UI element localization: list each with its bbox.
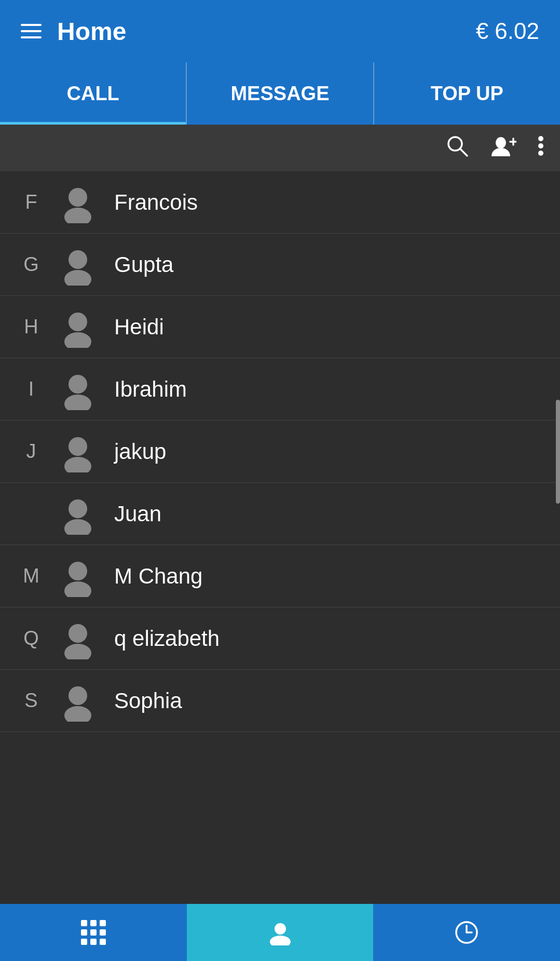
history-button[interactable] bbox=[373, 904, 560, 961]
contacts-button[interactable] bbox=[187, 904, 374, 961]
list-item[interactable]: Q q elizabeth bbox=[0, 607, 560, 670]
svg-point-17 bbox=[64, 457, 91, 472]
avatar bbox=[57, 493, 99, 535]
contact-letter-f: F bbox=[21, 191, 42, 213]
svg-point-24 bbox=[69, 686, 87, 705]
svg-point-6 bbox=[538, 143, 543, 148]
scrollbar[interactable] bbox=[556, 400, 560, 504]
svg-point-15 bbox=[64, 395, 91, 410]
contact-letter-s: S bbox=[21, 689, 42, 712]
avatar bbox=[57, 369, 99, 410]
svg-point-13 bbox=[64, 332, 91, 348]
avatar bbox=[57, 618, 99, 659]
avatar bbox=[57, 431, 99, 472]
list-item[interactable]: S Sophia bbox=[0, 670, 560, 732]
bottom-nav bbox=[0, 904, 560, 961]
contact-name: q elizabeth bbox=[114, 626, 220, 651]
contact-letter-i: I bbox=[21, 378, 42, 400]
contact-letter-m: M bbox=[21, 565, 42, 587]
contact-name: Ibrahim bbox=[114, 377, 187, 402]
svg-point-2 bbox=[496, 137, 506, 148]
svg-point-25 bbox=[64, 706, 91, 722]
contact-list-container: F Francois G Gupta H bbox=[0, 171, 560, 904]
contact-letter-j: J bbox=[21, 440, 42, 463]
svg-point-20 bbox=[69, 562, 87, 580]
list-item[interactable]: I Ibrahim bbox=[0, 358, 560, 421]
svg-point-5 bbox=[538, 136, 543, 141]
list-item[interactable]: M M Chang bbox=[0, 545, 560, 607]
history-icon bbox=[454, 919, 480, 945]
avatar bbox=[57, 556, 99, 597]
svg-point-26 bbox=[275, 923, 286, 935]
avatar bbox=[57, 680, 99, 722]
contact-name: Sophia bbox=[114, 688, 182, 713]
contact-name: M Chang bbox=[114, 564, 202, 589]
contact-letter-q: Q bbox=[21, 627, 42, 649]
more-options-icon[interactable] bbox=[537, 134, 544, 162]
header-left: Home bbox=[21, 17, 126, 46]
contact-name: Gupta bbox=[114, 252, 173, 277]
tab-call[interactable]: CALL bbox=[0, 62, 187, 125]
svg-point-22 bbox=[69, 624, 87, 643]
svg-point-8 bbox=[69, 188, 87, 207]
svg-point-19 bbox=[64, 519, 91, 535]
svg-point-11 bbox=[64, 270, 91, 286]
header: Home € 6.02 bbox=[0, 0, 560, 62]
svg-point-27 bbox=[270, 936, 291, 945]
balance-display: € 6.02 bbox=[476, 18, 539, 44]
contact-name: jakup bbox=[114, 439, 166, 464]
menu-button[interactable] bbox=[21, 24, 42, 38]
list-item[interactable]: J jakup bbox=[0, 421, 560, 483]
svg-line-1 bbox=[460, 149, 467, 156]
list-item[interactable]: G Gupta bbox=[0, 234, 560, 296]
svg-point-16 bbox=[69, 437, 87, 456]
tab-message[interactable]: MESSAGE bbox=[187, 62, 374, 125]
tab-bar: CALL MESSAGE TOP UP bbox=[0, 62, 560, 125]
svg-point-14 bbox=[69, 375, 87, 394]
contact-letter-h: H bbox=[21, 316, 42, 338]
svg-point-23 bbox=[64, 644, 91, 659]
search-icon[interactable] bbox=[446, 134, 469, 162]
svg-point-21 bbox=[64, 581, 91, 597]
dialpad-icon bbox=[81, 920, 106, 945]
svg-point-12 bbox=[69, 313, 87, 331]
contact-name: Heidi bbox=[114, 315, 164, 340]
contacts-icon bbox=[267, 919, 293, 945]
contact-letter-g: G bbox=[21, 253, 42, 276]
dialpad-button[interactable] bbox=[0, 904, 187, 961]
contact-list: F Francois G Gupta H bbox=[0, 171, 560, 732]
svg-point-9 bbox=[64, 208, 91, 223]
svg-point-7 bbox=[538, 151, 543, 156]
contact-name: Juan bbox=[114, 502, 161, 526]
add-contact-icon[interactable] bbox=[489, 134, 516, 162]
svg-point-10 bbox=[69, 250, 87, 269]
list-item[interactable]: F Francois bbox=[0, 171, 560, 234]
svg-point-18 bbox=[69, 499, 87, 518]
avatar bbox=[57, 182, 99, 223]
avatar bbox=[57, 244, 99, 286]
list-item[interactable]: J Juan bbox=[0, 483, 560, 545]
page-title: Home bbox=[57, 17, 126, 46]
list-item[interactable]: H Heidi bbox=[0, 296, 560, 358]
contact-name: Francois bbox=[114, 190, 198, 215]
tab-topup[interactable]: TOP UP bbox=[374, 62, 560, 125]
avatar bbox=[57, 306, 99, 348]
contact-toolbar bbox=[0, 125, 560, 171]
